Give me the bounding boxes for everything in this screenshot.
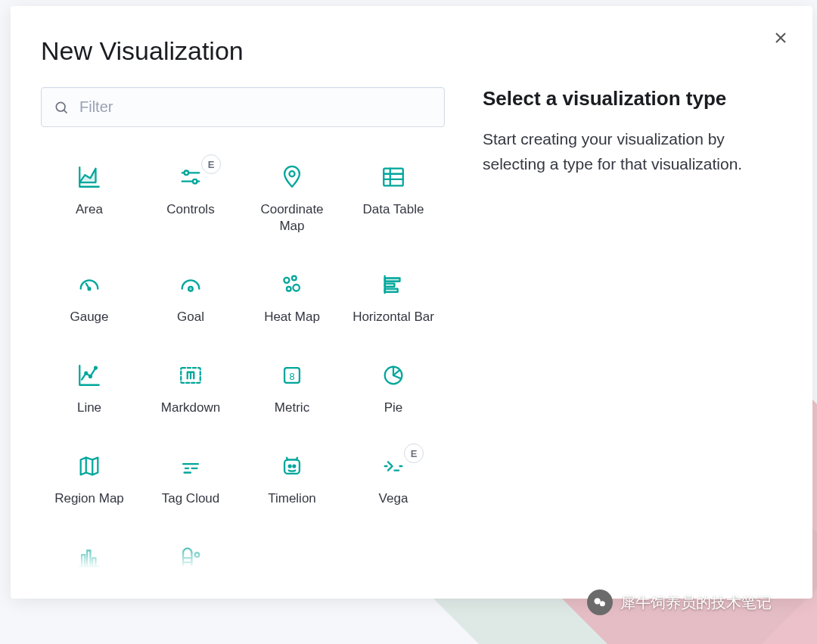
svg-rect-12	[385, 278, 400, 282]
vega-icon	[380, 453, 407, 480]
wechat-icon	[587, 590, 613, 615]
help-description: Start creating your visualization by sel…	[483, 127, 782, 176]
svg-point-0	[56, 102, 65, 111]
experimental-badge: E	[201, 154, 221, 174]
viz-type-area[interactable]: Area	[41, 142, 138, 250]
visualization-picker: AreaControlsECoordinate MapData TableGau…	[41, 87, 445, 568]
viz-type-timelion[interactable]: Timelion	[244, 431, 340, 522]
viz-type-metric[interactable]: 8Metric	[244, 341, 340, 431]
visual-builder-icon	[177, 543, 204, 568]
viz-type-label: Area	[76, 201, 103, 218]
svg-point-28	[195, 553, 200, 558]
viz-type-label: Timelion	[268, 490, 316, 507]
viz-type-label: Region Map	[54, 490, 124, 507]
svg-point-15	[85, 372, 87, 375]
markdown-icon	[177, 362, 204, 389]
filter-input[interactable]	[79, 98, 432, 116]
svg-point-8	[284, 278, 289, 283]
viz-type-label: Markdown	[161, 400, 220, 416]
search-icon	[54, 100, 69, 115]
coordinate-map-icon	[278, 163, 306, 191]
vertical-bar-icon	[76, 543, 103, 568]
viz-type-gauge[interactable]: Gauge	[41, 250, 138, 341]
viz-type-label: Controls	[166, 201, 214, 218]
line-icon	[76, 362, 103, 389]
pie-icon	[380, 362, 407, 389]
viz-type-label: Goal	[177, 309, 204, 325]
viz-type-label: Tag Cloud	[162, 490, 220, 507]
viz-type-pie[interactable]: Pie	[345, 341, 442, 431]
viz-type-heat-map[interactable]: Heat Map	[244, 250, 340, 341]
help-panel: Select a visualization type Start creati…	[483, 87, 782, 568]
gauge-icon	[76, 271, 103, 298]
viz-type-visual-builder[interactable]: Visual Builder	[142, 522, 239, 568]
watermark-text: 犀牛饲养员的技术笔记	[620, 593, 772, 613]
svg-point-9	[292, 276, 297, 281]
viz-type-controls[interactable]: ControlsE	[142, 142, 239, 250]
viz-type-label: Heat Map	[264, 309, 320, 325]
data-table-icon	[380, 163, 407, 191]
viz-type-label: Gauge	[70, 309, 108, 325]
svg-point-3	[289, 171, 294, 176]
tag-cloud-icon	[177, 453, 204, 480]
svg-text:8: 8	[289, 371, 294, 382]
viz-type-label: Vega	[379, 490, 408, 507]
area-icon	[76, 163, 103, 191]
viz-type-tag-cloud[interactable]: Tag Cloud	[142, 431, 239, 522]
close-button[interactable]	[772, 29, 790, 47]
svg-rect-27	[92, 558, 95, 567]
svg-rect-13	[385, 284, 395, 287]
visualization-type-list[interactable]: AreaControlsECoordinate MapData TableGau…	[41, 142, 445, 568]
svg-rect-14	[385, 289, 398, 292]
viz-type-goal[interactable]: 8Goal	[142, 250, 239, 341]
svg-point-10	[287, 287, 291, 291]
viz-type-label: Line	[77, 400, 101, 416]
viz-type-label: Horizontal Bar	[353, 309, 434, 325]
viz-type-region-map[interactable]: Region Map	[41, 431, 138, 522]
new-visualization-modal: New Visualization AreaControlsECoordinat…	[11, 6, 812, 599]
timelion-icon	[278, 453, 306, 480]
svg-point-17	[95, 367, 97, 369]
svg-rect-25	[82, 555, 85, 568]
heat-map-icon	[278, 271, 306, 298]
svg-point-23	[289, 465, 291, 468]
watermark: 犀牛饲养员的技术笔记	[587, 590, 772, 615]
viz-type-label: Coordinate Map	[247, 201, 337, 235]
goal-icon: 8	[177, 271, 204, 298]
viz-type-label: Metric	[275, 400, 309, 416]
viz-type-horizontal-bar[interactable]: Horizontal Bar	[345, 250, 442, 341]
metric-icon: 8	[278, 362, 306, 389]
region-map-icon	[76, 453, 103, 480]
help-title: Select a visualization type	[483, 87, 782, 110]
svg-point-30	[600, 601, 605, 606]
viz-type-data-table[interactable]: Data Table	[345, 142, 442, 250]
svg-rect-26	[87, 551, 90, 567]
viz-type-line[interactable]: Line	[41, 341, 138, 431]
experimental-badge: E	[404, 443, 424, 463]
viz-type-vertical-bar[interactable]: Vertical Bar	[41, 522, 138, 568]
viz-type-label: Data Table	[363, 201, 424, 218]
viz-type-vega[interactable]: VegaE	[345, 431, 442, 522]
svg-point-5	[89, 288, 91, 290]
svg-point-29	[595, 598, 601, 604]
viz-type-label: Pie	[384, 400, 403, 416]
svg-point-11	[293, 285, 300, 291]
viz-type-coordinate-map[interactable]: Coordinate Map	[244, 142, 340, 250]
filter-box[interactable]	[41, 87, 445, 127]
modal-title: New Visualization	[41, 36, 244, 66]
viz-type-markdown[interactable]: Markdown	[142, 341, 239, 431]
svg-point-24	[293, 465, 295, 468]
close-icon	[772, 29, 790, 47]
controls-icon	[177, 163, 204, 191]
svg-text:8: 8	[189, 285, 193, 293]
svg-point-16	[89, 375, 92, 378]
horizontal-bar-icon	[380, 271, 407, 298]
svg-rect-4	[384, 169, 403, 186]
